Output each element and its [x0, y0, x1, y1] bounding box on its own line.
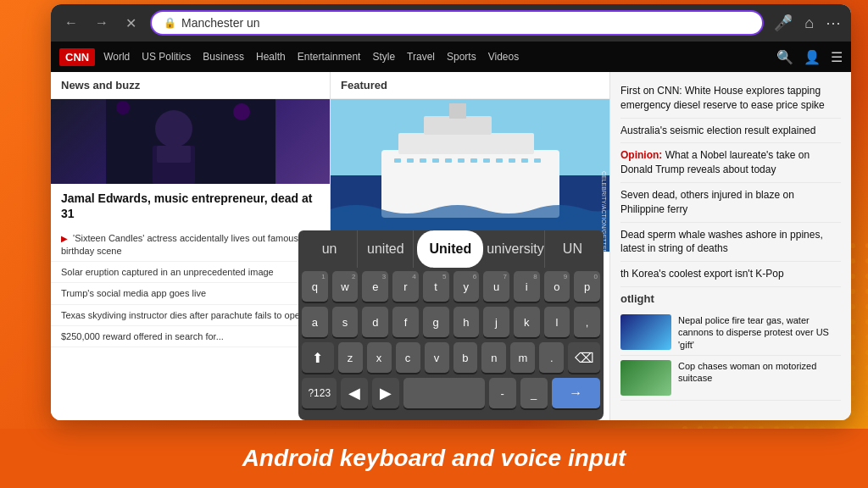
key-l[interactable]: l: [544, 307, 570, 337]
svg-rect-19: [445, 158, 452, 163]
mic-icon[interactable]: 🎤: [774, 14, 793, 32]
key-num[interactable]: ?123: [302, 378, 337, 408]
keyboard-row-4: ?123 ◀ ▶ - _ →: [302, 378, 600, 408]
autocomplete-un-caps[interactable]: UN: [545, 230, 600, 268]
svg-rect-18: [432, 158, 439, 163]
key-h[interactable]: h: [453, 307, 480, 337]
key-underscore[interactable]: _: [520, 378, 548, 408]
address-bar[interactable]: 🔒: [150, 10, 764, 36]
svg-rect-13: [424, 116, 492, 135]
key-w[interactable]: w2: [332, 271, 359, 302]
key-f[interactable]: f: [392, 307, 419, 337]
nav-business[interactable]: Business: [203, 51, 244, 63]
user-icon[interactable]: 👤: [804, 49, 821, 65]
nav-entertainment[interactable]: Entertainment: [298, 51, 361, 63]
nav-world[interactable]: World: [103, 51, 130, 63]
forward-button[interactable]: →: [92, 12, 112, 34]
back-button[interactable]: ←: [61, 12, 81, 34]
svg-rect-12: [398, 133, 534, 154]
svg-rect-16: [407, 158, 414, 163]
key-v[interactable]: v: [425, 342, 449, 373]
right-news-2[interactable]: Australia's seismic election result expl…: [620, 119, 841, 144]
headline-main[interactable]: Jamal Edwards, music entrepreneur, dead …: [51, 184, 330, 225]
key-s[interactable]: s: [332, 307, 359, 337]
autocomplete-united-lower[interactable]: united: [358, 230, 414, 268]
keyboard: q1 w2 e3 r4 t5 y6 u7 i8 o9 p0 a s d f g …: [298, 268, 604, 420]
svg-rect-26: [534, 158, 541, 163]
key-m[interactable]: m: [510, 342, 535, 373]
key-g[interactable]: g: [423, 307, 449, 337]
key-t[interactable]: t5: [423, 271, 449, 302]
key-comma[interactable]: ,: [574, 307, 600, 337]
hamburger-icon[interactable]: ☰: [831, 49, 843, 65]
nav-us-politics[interactable]: US Politics: [142, 51, 191, 63]
svg-rect-22: [483, 158, 490, 163]
section-news-buzz: News and buzz: [51, 72, 330, 99]
keyboard-overlay: un united United university UN q1 w2 e3 …: [51, 230, 851, 420]
key-b[interactable]: b: [453, 342, 478, 373]
svg-rect-20: [458, 158, 465, 163]
nav-travel[interactable]: Travel: [407, 51, 435, 63]
right-news-4[interactable]: Seven dead, others injured in blaze on P…: [620, 183, 841, 223]
svg-rect-23: [496, 158, 503, 163]
right-news-1[interactable]: First on CNN: White House explores tappi…: [620, 79, 841, 119]
nav-sports[interactable]: Sports: [447, 51, 476, 63]
nav-videos[interactable]: Videos: [488, 51, 519, 63]
autocomplete-bar: un united United university UN: [298, 230, 604, 268]
svg-rect-8: [106, 99, 275, 184]
key-e[interactable]: e3: [362, 271, 388, 302]
keyboard-row-3: ⬆ z x c v b n m . ⌫: [302, 342, 600, 373]
key-u[interactable]: u7: [483, 271, 509, 302]
key-left-arrow[interactable]: ◀: [341, 378, 368, 408]
nav-health[interactable]: Health: [256, 51, 286, 63]
section-featured: Featured: [331, 72, 609, 99]
key-space[interactable]: [403, 378, 485, 408]
bottom-bar: Android keyboard and voice input: [0, 429, 868, 488]
autocomplete-united[interactable]: United: [417, 230, 483, 268]
address-input[interactable]: [181, 16, 750, 30]
browser-chrome: ← → ✕ 🔒 🎤 ⌂ ⋯: [51, 4, 851, 42]
search-icon[interactable]: 🔍: [776, 49, 793, 65]
autocomplete-un[interactable]: un: [302, 230, 358, 268]
svg-rect-15: [394, 158, 401, 163]
svg-rect-24: [509, 158, 515, 163]
keyboard-row-1: q1 w2 e3 r4 t5 y6 u7 i8 o9 p0: [302, 271, 600, 302]
cnn-navbar: CNN World US Politics Business Health En…: [51, 42, 851, 72]
menu-icon[interactable]: ⋯: [826, 14, 841, 32]
key-hyphen[interactable]: -: [489, 378, 516, 408]
cnn-logo[interactable]: CNN: [59, 48, 95, 66]
news-hero-image: [51, 99, 330, 184]
svg-rect-17: [420, 158, 426, 163]
keyboard-row-2: a s d f g h j k l ,: [302, 307, 600, 337]
key-c[interactable]: c: [396, 342, 420, 373]
cnn-nav-actions: 🔍 👤 ☰: [776, 49, 843, 65]
key-p[interactable]: p0: [574, 271, 600, 302]
key-period[interactable]: .: [539, 342, 564, 373]
key-z[interactable]: z: [338, 342, 363, 373]
key-y[interactable]: y6: [453, 271, 480, 302]
key-o[interactable]: o9: [544, 271, 570, 302]
key-i[interactable]: i8: [514, 271, 540, 302]
featured-image: CELEBRITY/ACTION/GETTER: [331, 99, 609, 252]
cnn-nav-items: World US Politics Business Health Entert…: [103, 51, 776, 63]
home-icon[interactable]: ⌂: [804, 14, 814, 32]
key-x[interactable]: x: [367, 342, 392, 373]
key-r[interactable]: r4: [392, 271, 419, 302]
key-q[interactable]: q1: [302, 271, 328, 302]
key-j[interactable]: j: [483, 307, 509, 337]
close-button[interactable]: ✕: [122, 12, 140, 35]
key-k[interactable]: k: [514, 307, 540, 337]
key-d[interactable]: d: [362, 307, 388, 337]
key-right-arrow[interactable]: ▶: [372, 378, 399, 408]
key-backspace[interactable]: ⌫: [568, 342, 600, 373]
key-shift[interactable]: ⬆: [302, 342, 334, 373]
svg-rect-25: [521, 158, 528, 163]
nav-style[interactable]: Style: [372, 51, 395, 63]
key-a[interactable]: a: [302, 307, 328, 337]
svg-rect-14: [449, 103, 466, 119]
autocomplete-university[interactable]: university: [487, 230, 545, 268]
key-return[interactable]: →: [552, 378, 600, 408]
key-n[interactable]: n: [481, 342, 506, 373]
right-news-3[interactable]: Opinion: What a Nobel laureate's take on…: [620, 143, 841, 183]
lock-icon: 🔒: [164, 17, 176, 29]
